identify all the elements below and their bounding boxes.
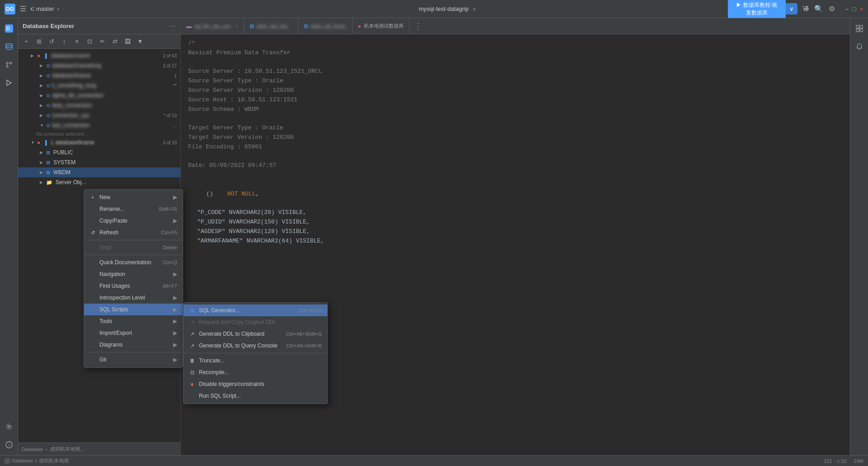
close-button[interactable]: × — [860, 5, 863, 13]
tab-4[interactable]: ● 机本地测试数据库 — [353, 18, 410, 34]
tree-item-wbdm[interactable]: ▶ ⊞ WBDM — [18, 167, 180, 177]
tree-item-public[interactable]: ▶ ⊞ PUBLIC — [18, 147, 180, 157]
menu-item-rename[interactable]: Rename... Shift+F6 — [84, 203, 183, 215]
tree-item-system[interactable]: ▶ ⊞ SYSTEM — [18, 157, 180, 167]
sidebar-icon-warning[interactable]: ! — [2, 438, 16, 452]
toolbar-sort[interactable]: ↕ — [58, 36, 70, 48]
code-line-9: Target Server Version : 120200 — [188, 133, 843, 143]
tree-label-serverobj: Server Obj... — [56, 179, 177, 185]
submenu-item-recompile[interactable]: ⊡ Recompile... — [184, 366, 327, 378]
tab-icon-4: ● — [358, 23, 361, 29]
toolbar-diagram[interactable]: ⊡ — [84, 36, 95, 48]
menu-item-importexport[interactable]: Import/Export ▶ — [84, 327, 183, 339]
menu-item-diagrams[interactable]: Diagrams ▶ — [84, 339, 183, 351]
toolbar-compare[interactable]: ⇄ — [109, 36, 121, 48]
tree-item-2[interactable]: ▶ ⊙ database2namelong 2 of 27 — [18, 61, 180, 71]
menu-item-new[interactable]: + New ▶ — [84, 191, 183, 203]
submenu-label-sqlgenerator: SQL Generator... — [199, 307, 240, 314]
submenu-item-generateddlquery[interactable]: ↗ Generate DDL to Query Console Ctrl+Alt… — [184, 340, 327, 352]
hamburger-menu[interactable]: ☰ — [20, 5, 26, 13]
tree-arrow-9: ▼ — [31, 140, 35, 145]
tab-more-button[interactable]: ⋮ — [410, 18, 427, 34]
submenu-shortcut-sqlgenerator: Ctrl+Alt+G — [299, 308, 322, 313]
menu-item-findusages[interactable]: Find Usages Alt+F7 — [84, 280, 183, 292]
tree-item-1[interactable]: ▶ ● ▌ database1name 2 of 43 — [18, 51, 180, 61]
tree-arrow-public: ▶ — [40, 150, 44, 155]
tree-item-4[interactable]: ▶ ⊙ k_something_long ** — [18, 81, 180, 90]
sidebar-icon-logo[interactable]: D — [2, 22, 16, 35]
search-icon[interactable]: 🔍 — [814, 5, 823, 13]
toolbar-schema[interactable]: ⊞ — [33, 36, 45, 48]
toolbar-edit[interactable]: ✏ — [96, 36, 108, 48]
tree-item-6[interactable]: ▶ ⊙ beta_connection — [18, 100, 180, 110]
svg-point-2 — [6, 44, 12, 46]
submenu-item-disabletriggers[interactable]: ■ Disable triggers/constraints — [184, 378, 327, 390]
right-icon-notification[interactable] — [853, 40, 866, 53]
menu-item-git[interactable]: Git ▶ — [84, 354, 183, 366]
menu-label-importexport: Import/Export — [99, 330, 132, 336]
tree-arrow-1: ▶ — [31, 53, 35, 58]
tree-item-3[interactable]: ▶ ⊙ database3name 1 — [18, 71, 180, 81]
menu-divider-2 — [84, 255, 183, 255]
branch-name: master — [36, 5, 54, 12]
toolbar-image[interactable]: 🖼 — [122, 36, 133, 48]
tree-icon-system: ⊞ — [46, 160, 50, 166]
tree-item-8[interactable]: ▼ ⊙ last_connection ... — [18, 120, 180, 130]
tab-3[interactable]: ⊞ table_tab_three — [298, 18, 353, 34]
tab-label-1: sql_file_tab_one — [194, 24, 231, 29]
sidebar-icon-git[interactable] — [2, 58, 16, 71]
minimize-button[interactable]: − — [845, 5, 849, 13]
menu-label-tools: Tools — [99, 318, 112, 324]
menu-arrow-importexport: ▶ — [173, 330, 177, 336]
tree-item-5[interactable]: ▶ ⊙ alpha_db_connection — [18, 90, 180, 100]
submenu-item-runsqlscript[interactable]: Run SQL Script... — [184, 390, 327, 402]
submenu-item-generateddlclipboard[interactable]: ↗ Generate DDL to Clipboard Ctrl+Alt+Shi… — [184, 328, 327, 340]
menu-shortcut-quickdoc: Ctrl+Q — [163, 260, 177, 265]
tree-arrow-wbdm: ▶ — [40, 170, 44, 175]
menu-label-rename: Rename... — [99, 206, 124, 212]
tab-1[interactable]: ▬ sql_file_tab_one × — [181, 18, 244, 34]
tree-item-7[interactable]: ▶ ⊙ connection_xyz * of 10 — [18, 110, 180, 120]
right-icon-grid[interactable] — [853, 22, 866, 35]
submenu-item-truncate[interactable]: 🗑 Truncate... — [184, 355, 327, 366]
run-button[interactable]: ▶ 数据库教程-恢复数据库 — [728, 0, 786, 19]
translate-icon[interactable]: 译 — [803, 5, 809, 13]
sidebar-icon-run[interactable] — [2, 76, 16, 90]
menu-item-copypaste[interactable]: Copy/Paste ▶ — [84, 215, 183, 227]
sidebar-icon-database[interactable] — [2, 40, 16, 53]
menu-item-introspection[interactable]: Introspection Level ▶ — [84, 292, 183, 304]
menu-item-sqlscripts[interactable]: SQL Scripts ▶ — [84, 304, 183, 315]
db-explorer-more[interactable]: ··· — [170, 22, 176, 30]
toolbar-refresh[interactable]: ↺ — [46, 36, 57, 48]
menu-item-navigation[interactable]: Navigation ▶ — [84, 268, 183, 280]
svg-marker-6 — [7, 80, 11, 86]
toolbar-list[interactable]: ≡ — [71, 36, 83, 48]
tree-badge-8: ... — [173, 123, 177, 128]
menu-item-tools[interactable]: Tools ▶ — [84, 315, 183, 327]
tree-label-5: alpha_db_connection — [52, 92, 177, 99]
tab-close-1[interactable]: × — [235, 24, 238, 29]
submenu-item-sqlgenerator[interactable]: ⊞ SQL Generator... Ctrl+Alt+G — [184, 304, 327, 316]
menu-item-refresh[interactable]: ↺ Refresh Ctrl+F5 — [84, 227, 183, 238]
toolbar-filter[interactable]: ▼ — [134, 36, 146, 48]
code-line-3: Source Server : 10.50.51.123_1521_ORCL — [188, 67, 843, 76]
tree-badge-1: 2 of 43 — [163, 53, 177, 58]
sidebar-icon-settings[interactable] — [2, 420, 16, 433]
tab-icon-2: ⊞ — [250, 23, 254, 29]
db-status-path: 虚拟机本地测... — [50, 446, 84, 452]
submenu-icon-truncate: 🗑 — [189, 358, 195, 363]
menu-item-quickdoc[interactable]: Quick Documentation Ctrl+Q — [84, 257, 183, 268]
branch-selector[interactable]: ⑆ master ∨ — [31, 5, 60, 12]
maximize-button[interactable]: □ — [852, 5, 856, 13]
status-db-path: Database > 虚拟机本地测 — [5, 457, 69, 464]
left-sidebar: D ! — [0, 18, 18, 455]
settings-icon[interactable]: ⚙ — [829, 5, 835, 13]
tree-item-serverobj[interactable]: ▶ 📁 Server Obj... — [18, 177, 180, 187]
tab-2[interactable]: ⊞ table_tab_two — [244, 18, 298, 34]
run-dropdown-button[interactable]: ∨ — [786, 3, 797, 14]
submenu-label-requestcopy: Request and Copy Original DDL — [199, 319, 276, 325]
menu-icon-refresh: ↺ — [90, 230, 96, 236]
toolbar-add[interactable]: + — [20, 36, 32, 48]
tree-label-public: PUBLIC — [53, 149, 177, 156]
tree-item-9[interactable]: ▼ ● ▌ L database9name 3 of 33 — [18, 138, 180, 147]
